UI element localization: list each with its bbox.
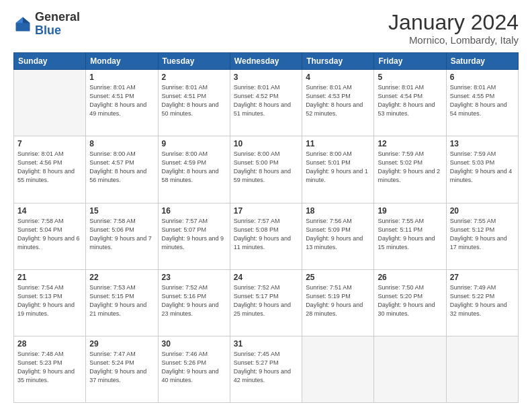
calendar-cell: 22Sunrise: 7:53 AMSunset: 5:15 PMDayligh… [86, 269, 158, 336]
day-info: Sunrise: 7:47 AMSunset: 5:24 PMDaylight:… [89, 350, 154, 385]
logo: General Blue [13, 11, 80, 38]
day-number: 1 [89, 73, 154, 82]
weekday-header-friday: Friday [374, 53, 446, 70]
day-info: Sunrise: 8:01 AMSunset: 4:54 PMDaylight:… [378, 83, 442, 118]
calendar-cell: 8Sunrise: 8:00 AMSunset: 4:57 PMDaylight… [86, 136, 158, 203]
calendar-cell: 17Sunrise: 7:57 AMSunset: 5:08 PMDayligh… [230, 203, 302, 269]
calendar-cell: 26Sunrise: 7:50 AMSunset: 5:20 PMDayligh… [374, 269, 446, 336]
calendar-cell: 16Sunrise: 7:57 AMSunset: 5:07 PMDayligh… [158, 203, 230, 269]
calendar-cell: 6Sunrise: 8:01 AMSunset: 4:55 PMDaylight… [446, 70, 518, 136]
day-info: Sunrise: 7:57 AMSunset: 5:08 PMDaylight:… [234, 217, 298, 252]
day-number: 2 [162, 73, 226, 82]
day-info: Sunrise: 7:52 AMSunset: 5:16 PMDaylight:… [162, 283, 226, 318]
day-info: Sunrise: 7:49 AMSunset: 5:22 PMDaylight:… [450, 283, 515, 318]
day-info: Sunrise: 8:01 AMSunset: 4:55 PMDaylight:… [450, 83, 515, 118]
day-number: 4 [306, 73, 370, 82]
weekday-header-saturday: Saturday [446, 53, 518, 70]
day-number: 23 [162, 273, 226, 282]
logo-icon [13, 15, 32, 34]
day-number: 9 [162, 139, 226, 148]
svg-marker-1 [23, 17, 30, 23]
day-info: Sunrise: 8:01 AMSunset: 4:51 PMDaylight:… [89, 83, 154, 118]
calendar-cell: 10Sunrise: 8:00 AMSunset: 5:00 PMDayligh… [230, 136, 302, 203]
day-info: Sunrise: 8:01 AMSunset: 4:53 PMDaylight:… [306, 83, 370, 118]
day-number: 13 [450, 139, 515, 148]
day-number: 14 [17, 206, 82, 216]
calendar-cell: 1Sunrise: 8:01 AMSunset: 4:51 PMDaylight… [86, 70, 158, 136]
header: General Blue January 2024 Mornico, Lomba… [13, 11, 519, 46]
weekday-header-tuesday: Tuesday [158, 53, 230, 70]
location: Mornico, Lombardy, Italy [388, 34, 519, 46]
calendar-cell: 25Sunrise: 7:51 AMSunset: 5:19 PMDayligh… [302, 269, 374, 336]
week-row-2: 7Sunrise: 8:01 AMSunset: 4:56 PMDaylight… [14, 136, 519, 203]
day-info: Sunrise: 7:59 AMSunset: 5:03 PMDaylight:… [450, 150, 515, 185]
week-row-5: 28Sunrise: 7:48 AMSunset: 5:23 PMDayligh… [14, 336, 519, 402]
calendar-cell: 21Sunrise: 7:54 AMSunset: 5:13 PMDayligh… [14, 269, 86, 336]
day-info: Sunrise: 8:00 AMSunset: 4:59 PMDaylight:… [162, 150, 226, 185]
day-number: 6 [450, 73, 515, 82]
day-info: Sunrise: 7:56 AMSunset: 5:09 PMDaylight:… [306, 217, 370, 252]
day-number: 3 [234, 73, 298, 82]
day-number: 29 [89, 339, 154, 349]
day-info: Sunrise: 7:59 AMSunset: 5:02 PMDaylight:… [378, 150, 442, 185]
day-number: 25 [306, 273, 370, 282]
calendar-cell: 14Sunrise: 7:58 AMSunset: 5:04 PMDayligh… [14, 203, 86, 269]
day-number: 26 [378, 273, 442, 282]
calendar-cell: 2Sunrise: 8:01 AMSunset: 4:51 PMDaylight… [158, 70, 230, 136]
weekday-header-row: SundayMondayTuesdayWednesdayThursdayFrid… [14, 53, 519, 70]
day-info: Sunrise: 7:58 AMSunset: 5:06 PMDaylight:… [89, 217, 154, 252]
day-info: Sunrise: 7:57 AMSunset: 5:07 PMDaylight:… [162, 217, 226, 252]
day-info: Sunrise: 7:53 AMSunset: 5:15 PMDaylight:… [89, 283, 154, 318]
day-number: 19 [378, 206, 442, 216]
calendar-cell: 9Sunrise: 8:00 AMSunset: 4:59 PMDaylight… [158, 136, 230, 203]
day-info: Sunrise: 7:54 AMSunset: 5:13 PMDaylight:… [17, 283, 82, 318]
calendar-cell: 15Sunrise: 7:58 AMSunset: 5:06 PMDayligh… [86, 203, 158, 269]
month-title: January 2024 [388, 11, 519, 34]
calendar-cell [374, 336, 446, 402]
day-info: Sunrise: 7:50 AMSunset: 5:20 PMDaylight:… [378, 283, 442, 318]
day-number: 27 [450, 273, 515, 282]
day-number: 28 [17, 339, 82, 349]
title-block: January 2024 Mornico, Lombardy, Italy [388, 11, 519, 46]
day-number: 24 [234, 273, 298, 282]
day-number: 31 [234, 339, 298, 349]
day-number: 17 [234, 206, 298, 216]
day-info: Sunrise: 7:51 AMSunset: 5:19 PMDaylight:… [306, 283, 370, 318]
page: General Blue January 2024 Mornico, Lomba… [0, 0, 532, 411]
day-info: Sunrise: 8:01 AMSunset: 4:52 PMDaylight:… [234, 83, 298, 118]
day-info: Sunrise: 8:00 AMSunset: 5:00 PMDaylight:… [234, 150, 298, 185]
day-number: 7 [17, 139, 82, 148]
calendar-cell: 4Sunrise: 8:01 AMSunset: 4:53 PMDaylight… [302, 70, 374, 136]
calendar-cell: 7Sunrise: 8:01 AMSunset: 4:56 PMDaylight… [14, 136, 86, 203]
weekday-header-wednesday: Wednesday [230, 53, 302, 70]
day-info: Sunrise: 8:00 AMSunset: 5:01 PMDaylight:… [306, 150, 370, 185]
day-number: 20 [450, 206, 515, 216]
day-info: Sunrise: 8:00 AMSunset: 4:57 PMDaylight:… [89, 150, 154, 185]
day-number: 5 [378, 73, 442, 82]
calendar-cell: 28Sunrise: 7:48 AMSunset: 5:23 PMDayligh… [14, 336, 86, 402]
calendar-cell: 11Sunrise: 8:00 AMSunset: 5:01 PMDayligh… [302, 136, 374, 203]
calendar-cell: 23Sunrise: 7:52 AMSunset: 5:16 PMDayligh… [158, 269, 230, 336]
weekday-header-thursday: Thursday [302, 53, 374, 70]
calendar-cell: 24Sunrise: 7:52 AMSunset: 5:17 PMDayligh… [230, 269, 302, 336]
day-info: Sunrise: 7:52 AMSunset: 5:17 PMDaylight:… [234, 283, 298, 318]
calendar-cell: 20Sunrise: 7:55 AMSunset: 5:12 PMDayligh… [446, 203, 518, 269]
day-number: 16 [162, 206, 226, 216]
day-info: Sunrise: 7:45 AMSunset: 5:27 PMDaylight:… [234, 350, 298, 385]
calendar-cell: 13Sunrise: 7:59 AMSunset: 5:03 PMDayligh… [446, 136, 518, 203]
calendar-cell [14, 70, 86, 136]
calendar-cell [302, 336, 374, 402]
day-number: 22 [89, 273, 154, 282]
day-number: 11 [306, 139, 370, 148]
calendar-cell: 12Sunrise: 7:59 AMSunset: 5:02 PMDayligh… [374, 136, 446, 203]
week-row-3: 14Sunrise: 7:58 AMSunset: 5:04 PMDayligh… [14, 203, 519, 269]
svg-marker-2 [16, 17, 24, 23]
calendar-cell: 30Sunrise: 7:46 AMSunset: 5:26 PMDayligh… [158, 336, 230, 402]
day-number: 15 [89, 206, 154, 216]
day-info: Sunrise: 7:55 AMSunset: 5:12 PMDaylight:… [450, 217, 515, 252]
day-number: 12 [378, 139, 442, 148]
calendar-cell: 29Sunrise: 7:47 AMSunset: 5:24 PMDayligh… [86, 336, 158, 402]
day-info: Sunrise: 7:55 AMSunset: 5:11 PMDaylight:… [378, 217, 442, 252]
day-info: Sunrise: 7:46 AMSunset: 5:26 PMDaylight:… [162, 350, 226, 385]
calendar-cell: 19Sunrise: 7:55 AMSunset: 5:11 PMDayligh… [374, 203, 446, 269]
